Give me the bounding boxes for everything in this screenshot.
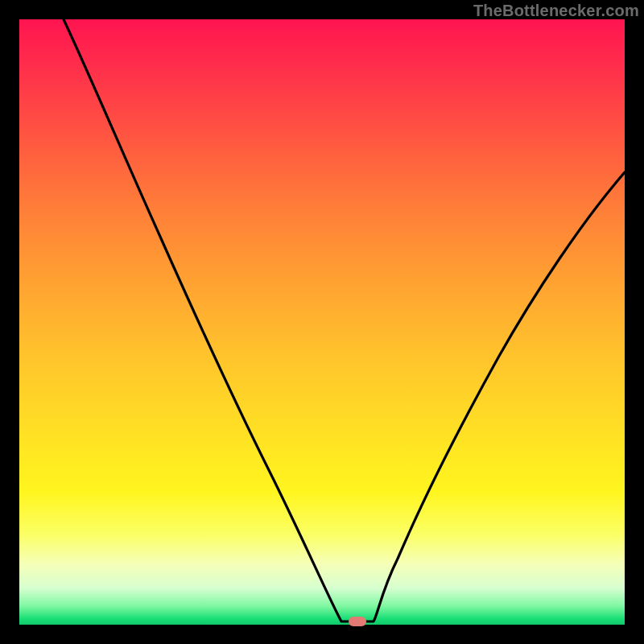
watermark-text: TheBottlenecker.com [473,2,639,20]
chart-frame: TheBottlenecker.com [0,0,644,644]
curve-path [64,19,625,621]
optimal-marker [349,617,366,626]
plot-area [19,19,625,625]
bottleneck-curve [19,19,625,625]
